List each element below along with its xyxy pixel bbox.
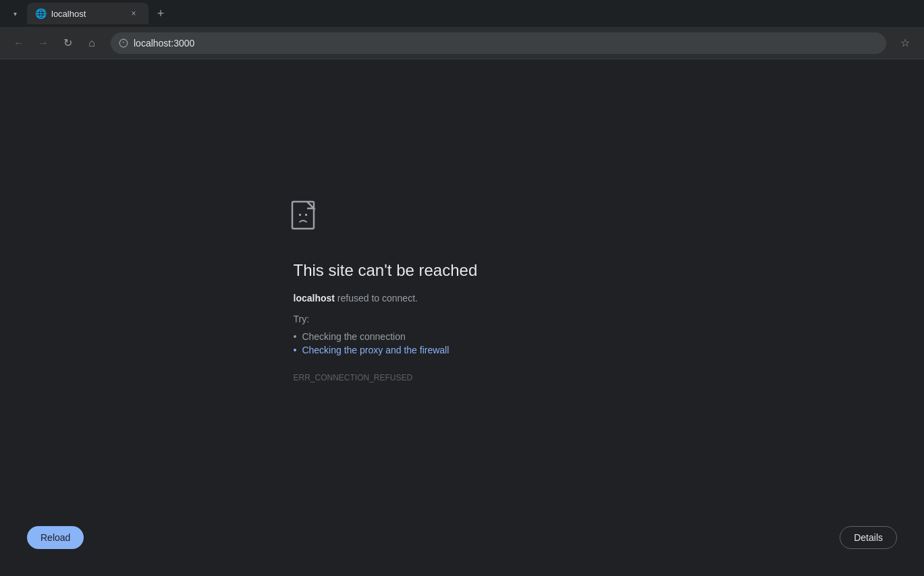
svg-rect-5 [305, 214, 307, 216]
reload-page-button[interactable]: Reload [27, 526, 84, 549]
reload-icon: ↻ [63, 36, 72, 49]
address-bar[interactable]: localhost:3000 [111, 32, 886, 54]
tab-close-button[interactable]: × [127, 7, 140, 20]
star-icon: ☆ [900, 36, 910, 49]
sad-document-icon [287, 199, 325, 237]
bookmark-button[interactable]: ☆ [894, 32, 916, 54]
forward-icon: → [38, 37, 49, 49]
chevron-down-icon: ▾ [13, 10, 17, 18]
error-page: This site can't be reached localhost ref… [0, 59, 924, 576]
error-heading: This site can't be reached [294, 261, 478, 280]
reload-button[interactable]: ↻ [57, 32, 78, 54]
error-code: ERR_CONNECTION_REFUSED [294, 373, 413, 382]
home-button[interactable]: ⌂ [81, 32, 103, 54]
suggestion-item-proxy[interactable]: Checking the proxy and the firewall [294, 343, 450, 357]
tab-title: localhost [51, 9, 121, 19]
back-button[interactable]: ← [8, 32, 30, 54]
address-info-icon [119, 38, 128, 48]
plus-icon: + [157, 7, 165, 21]
error-host: localhost [294, 293, 335, 304]
nav-bar: ← → ↻ ⌂ localhost:3000 ☆ [0, 27, 924, 59]
error-subtext: localhost refused to connect. [294, 291, 418, 306]
details-button[interactable]: Details [840, 526, 897, 549]
tab-bar: ▾ 🌐 localhost × + [0, 0, 924, 27]
error-container: This site can't be reached localhost ref… [294, 199, 631, 382]
address-text: localhost:3000 [134, 38, 878, 49]
browser-chrome: ▾ 🌐 localhost × + ← → ↻ ⌂ [0, 0, 924, 59]
error-icon-wrapper [287, 199, 325, 239]
tab-favicon-icon: 🌐 [35, 8, 46, 19]
active-tab[interactable]: 🌐 localhost × [27, 3, 148, 24]
forward-button[interactable]: → [32, 32, 54, 54]
svg-rect-4 [299, 214, 301, 216]
error-suggestions-list: Checking the connection Checking the pro… [294, 330, 450, 357]
error-try-label: Try: [294, 314, 310, 324]
bottom-buttons: Reload Details [0, 526, 924, 549]
new-tab-button[interactable]: + [151, 4, 170, 23]
tab-dropdown-button[interactable]: ▾ [5, 4, 24, 23]
home-icon: ⌂ [88, 37, 95, 49]
suggestion-item-connection: Checking the connection [294, 330, 450, 343]
back-icon: ← [13, 37, 24, 49]
